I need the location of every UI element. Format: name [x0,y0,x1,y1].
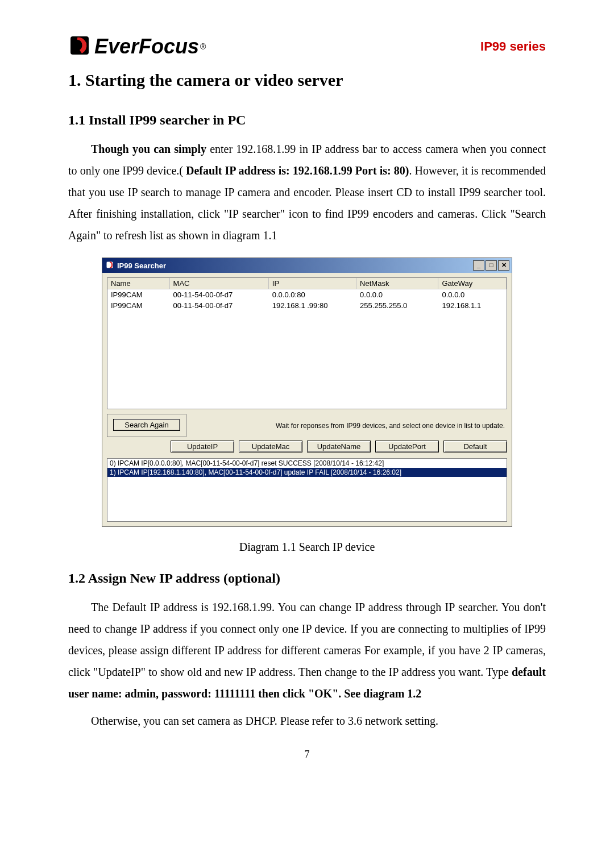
cell-name: IP99CAM [107,289,170,300]
table-row[interactable]: IP99CAM 00-11-54-00-0f-d7 192.168.1 .99:… [107,300,507,311]
section-heading: 1. Starting the camera or video server [68,70,546,90]
log-area[interactable]: 0) IPCAM IP[0.0.0.0:80], MAC[00-11-54-00… [107,458,507,522]
update-mac-button[interactable]: UpdateMac [239,441,302,452]
minimize-button[interactable]: _ [473,260,484,271]
titlebar: IP99 Searcher _ □ ✕ [102,258,512,273]
subsection-1-heading: 1.1 Install IP99 searcher in PC [68,113,546,128]
col-ip[interactable]: IP [269,278,356,289]
window-title: IP99 Searcher [117,261,166,270]
hint-text: Wait for reponses from IP99 devices, and… [192,422,507,430]
cell-ip: 0.0.0.0:80 [269,289,356,300]
update-ip-button[interactable]: UpdateIP [171,441,234,452]
search-again-group: Search Again [107,414,186,437]
col-mask[interactable]: NetMask [356,278,438,289]
close-button[interactable]: ✕ [498,260,509,271]
subsection-2-heading: 1.2 Assign New IP address (optional) [68,571,546,586]
p1-bold-2: Default IP address is: 192.168.1.99 Port… [186,164,409,177]
col-mac[interactable]: MAC [170,278,269,289]
paragraph-3: Otherwise, you can set camera as DHCP. P… [68,710,546,732]
p1-bold-1: Though you can simply [91,143,210,155]
log-row[interactable]: 1) IPCAM IP[192.168.1.140:80], MAC[00-11… [107,468,507,477]
logo: EverFocus ® [68,34,206,59]
logo-registered: ® [200,42,206,51]
list-header: Name MAC IP NetMask GateWay [107,278,507,289]
default-button[interactable]: Default [443,441,507,452]
maximize-button[interactable]: □ [486,260,497,271]
ip99-searcher-window: IP99 Searcher _ □ ✕ Name MAC IP NetMask … [102,258,512,527]
paragraph-1: Though you can simply enter 192.168.1.99… [68,138,546,246]
cell-mac: 00-11-54-00-0f-d7 [170,300,269,311]
paragraph-2: The Default IP address is 192.168.1.99. … [68,596,546,704]
update-port-button[interactable]: UpdatePort [375,441,439,452]
table-row[interactable]: IP99CAM 00-11-54-00-0f-d7 0.0.0.0:80 0.0… [107,289,507,300]
p2-text: The Default IP address is 192.168.1.99. … [68,601,546,678]
cell-mask: 255.255.255.0 [356,300,438,311]
logo-text: EverFocus [94,35,199,59]
page-number: 7 [68,749,546,761]
update-name-button[interactable]: UpdateName [307,441,371,452]
cell-mask: 0.0.0.0 [356,289,438,300]
logo-icon [68,34,91,59]
cell-gw: 192.168.1.1 [438,300,507,311]
log-row[interactable]: 0) IPCAM IP[0.0.0.0:80], MAC[00-11-54-00… [107,459,507,468]
diagram-caption: Diagram 1.1 Search IP device [68,541,546,554]
col-name[interactable]: Name [107,278,170,289]
cell-name: IP99CAM [107,300,170,311]
search-again-button[interactable]: Search Again [113,419,180,431]
cell-ip: 192.168.1 .99:80 [269,300,356,311]
series-label: IP99 series [480,39,546,54]
col-gw[interactable]: GateWay [438,278,507,289]
cell-gw: 0.0.0.0 [438,289,507,300]
device-list[interactable]: Name MAC IP NetMask GateWay IP99CAM 00-1… [107,277,507,409]
cell-mac: 00-11-54-00-0f-d7 [170,289,269,300]
app-icon [106,261,114,271]
page-header: EverFocus ® IP99 series [68,34,546,59]
